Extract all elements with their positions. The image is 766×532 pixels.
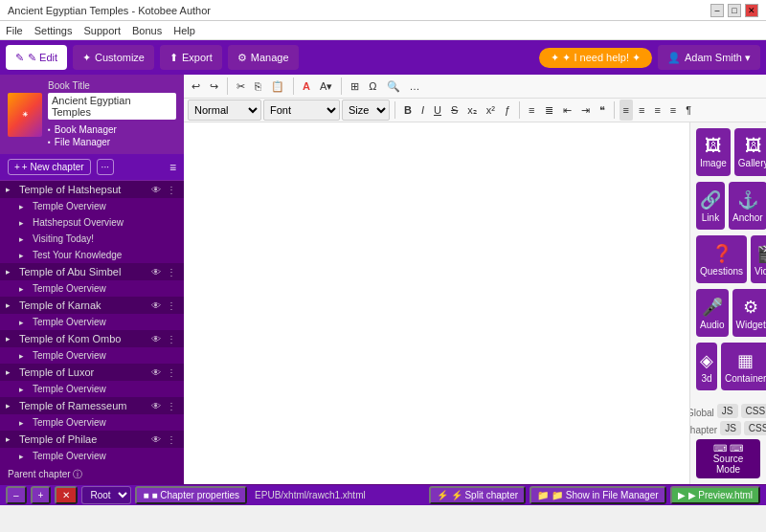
close-button[interactable]: ✕	[745, 4, 758, 17]
show-in-file-manager-button[interactable]: 📁 📁 Show in File Manager	[529, 486, 666, 504]
chapter-menu-dots-button[interactable]: ⋮	[165, 185, 178, 195]
bullet-list-button[interactable]: ≡	[525, 100, 538, 121]
menu-help[interactable]: Help	[173, 25, 195, 36]
font-select[interactable]: Font	[263, 100, 340, 121]
strikethrough-button[interactable]: S	[447, 100, 462, 121]
chapter-temple-overview-2[interactable]: ▸ Temple Overview	[0, 280, 184, 297]
chapter-visiting-today[interactable]: ▸ Visiting Today!	[0, 231, 184, 247]
manage-button[interactable]: ⚙ Manage	[228, 45, 299, 70]
chapter-eye-button-4[interactable]: 👁	[149, 334, 163, 344]
audio-button[interactable]: 🎤 Audio	[696, 289, 729, 337]
indent-decrease-button[interactable]: ⇤	[559, 100, 575, 121]
chapter-temple-overview-7[interactable]: ▸ Temple Overview	[0, 448, 184, 464]
chapter-temple-overview-4[interactable]: ▸ Temple Overview	[0, 347, 184, 364]
chapter-kom-ombo[interactable]: ▸ Temple of Kom Ombo 👁 ⋮	[0, 330, 184, 347]
search-button[interactable]: 🔍	[383, 76, 404, 97]
font-color-button[interactable]: A	[299, 76, 314, 97]
chapter-menu-button[interactable]: ···	[97, 159, 114, 175]
clear-format-button[interactable]: ƒ	[501, 100, 514, 121]
anchor-button[interactable]: ⚓ Anchor	[729, 182, 766, 230]
chapter-temple-overview-5[interactable]: ▸ Temple Overview	[0, 381, 184, 397]
chapter-eye-button-5[interactable]: 👁	[149, 367, 163, 378]
preview-button[interactable]: ▶ ▶ Preview.html	[670, 486, 760, 504]
more-button[interactable]: …	[406, 76, 424, 97]
new-chapter-button[interactable]: + + New chapter	[8, 159, 91, 175]
chapter-eye-button-7[interactable]: 👁	[149, 434, 163, 445]
chapter-philae[interactable]: ▸ Temple of Philae 👁 ⋮	[0, 431, 184, 448]
chapter-temple-overview-1[interactable]: ▸ Temple Overview	[0, 198, 184, 214]
menu-support[interactable]: Support	[83, 25, 121, 36]
container-button[interactable]: ▦ Container	[721, 343, 766, 390]
align-right-button[interactable]: ≡	[650, 100, 664, 121]
chapter-js-button[interactable]: JS	[720, 421, 741, 435]
edit-button[interactable]: ✎ ✎ Edit	[6, 45, 67, 70]
undo-button[interactable]: ↩	[188, 76, 204, 97]
chapter-karnak[interactable]: ▸ Temple of Karnak 👁 ⋮	[0, 297, 184, 314]
chapter-menu-dots-button-6[interactable]: ⋮	[165, 401, 178, 411]
chapter-temple-overview-6[interactable]: ▸ Temple Overview	[0, 414, 184, 431]
chapter-menu-dots-button-4[interactable]: ⋮	[165, 334, 178, 344]
redo-button[interactable]: ↪	[206, 76, 222, 97]
chapter-menu-dots-button-7[interactable]: ⋮	[165, 434, 178, 445]
paste-button[interactable]: 📋	[267, 76, 288, 97]
chapter-properties-button[interactable]: ■ ■ Chapter properties	[135, 486, 247, 504]
quote-button[interactable]: ❝	[596, 100, 609, 121]
image-button[interactable]: 🖼 Image	[696, 128, 731, 176]
gallery-button[interactable]: 🖼 Gallery	[734, 128, 766, 176]
help-button[interactable]: ✦ ✦ I need help! ✦	[539, 48, 652, 68]
align-justify-button[interactable]: ≡	[666, 100, 680, 121]
minus-button[interactable]: –	[6, 486, 27, 504]
chapter-ramesseum[interactable]: ▸ Temple of Ramesseum 👁 ⋮	[0, 397, 184, 414]
plus-button[interactable]: +	[31, 486, 52, 504]
chapter-list-icon[interactable]: ≡	[169, 161, 176, 174]
chapter-temple-overview-3[interactable]: ▸ Temple Overview	[0, 314, 184, 330]
indent-increase-button[interactable]: ⇥	[577, 100, 594, 121]
chapter-eye-button[interactable]: 👁	[149, 185, 163, 195]
special-char-button[interactable]: Ω	[365, 76, 380, 97]
menu-file[interactable]: File	[6, 25, 23, 36]
chapter-eye-button-6[interactable]: 👁	[149, 401, 163, 411]
chapter-menu-dots-button-3[interactable]: ⋮	[165, 300, 178, 311]
size-select[interactable]: Size	[342, 100, 390, 121]
chapter-eye-button-3[interactable]: 👁	[149, 300, 163, 311]
underline-button[interactable]: U	[430, 100, 445, 121]
export-button[interactable]: ⬆ Export	[160, 45, 222, 70]
menu-bonus[interactable]: Bonus	[132, 25, 162, 36]
chapter-hatshepsut[interactable]: ▸ Temple of Hatshepsut 👁 ⋮	[0, 181, 184, 198]
bold-button[interactable]: B	[400, 100, 416, 121]
rtl-button[interactable]: ¶	[682, 100, 695, 121]
link-button[interactable]: 🔗 Link	[696, 182, 725, 230]
superscript-button[interactable]: x²	[483, 100, 499, 121]
italic-button[interactable]: I	[417, 100, 428, 121]
minimize-button[interactable]: –	[710, 4, 724, 17]
widget-button[interactable]: ⚙ Widget	[732, 289, 766, 337]
chapter-test-knowledge[interactable]: ▸ Test Your Knowledge	[0, 247, 184, 263]
align-center-button[interactable]: ≡	[635, 100, 648, 121]
menu-settings[interactable]: Settings	[34, 25, 73, 36]
root-select[interactable]: Root	[81, 486, 131, 504]
chapter-luxor[interactable]: ▸ Temple of Luxor 👁 ⋮	[0, 364, 184, 381]
customize-button[interactable]: ✦ Customize	[73, 45, 154, 70]
align-left-button[interactable]: ≡	[620, 100, 633, 121]
3d-button[interactable]: ◈ 3d	[696, 343, 717, 390]
maximize-button[interactable]: □	[728, 4, 741, 17]
chapter-css-button[interactable]: CSS	[744, 421, 766, 435]
chapter-menu-dots-button-2[interactable]: ⋮	[165, 267, 178, 277]
source-mode-button[interactable]: ⌨ ⌨ Source Mode	[696, 439, 760, 478]
style-select[interactable]: Normal Heading 1 Heading 2	[188, 100, 261, 121]
copy-button[interactable]: ⎘	[251, 76, 265, 97]
font-color-bg-button[interactable]: A▾	[316, 76, 336, 97]
questions-button[interactable]: ❓ Questions	[696, 235, 747, 283]
editor-content[interactable]	[184, 122, 689, 484]
book-manager-button[interactable]: Book Manager	[48, 123, 176, 136]
subscript-button[interactable]: x₂	[463, 100, 481, 121]
table-button[interactable]: ⊞	[347, 76, 363, 97]
number-list-button[interactable]: ≣	[541, 100, 557, 121]
video-button[interactable]: 🎬 Video	[751, 235, 766, 283]
chapter-hatshepsut-overview[interactable]: ▸ Hatshepsut Overview	[0, 214, 184, 231]
split-chapter-button[interactable]: ⚡ ⚡ Split chapter	[429, 486, 526, 504]
file-manager-button[interactable]: File Manager	[48, 136, 176, 148]
global-js-button[interactable]: JS	[717, 404, 738, 418]
chapter-menu-dots-button-5[interactable]: ⋮	[165, 367, 178, 378]
cut-button[interactable]: ✂	[233, 76, 249, 97]
